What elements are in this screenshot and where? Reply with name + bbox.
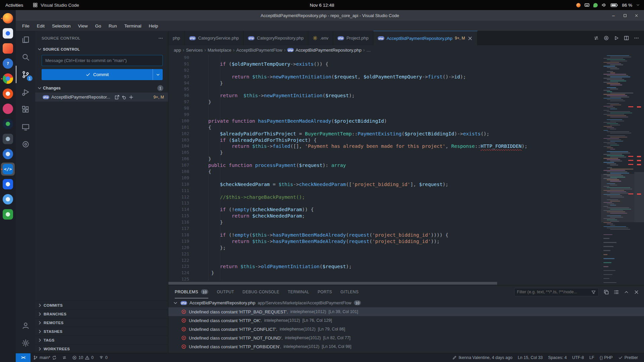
code-line-108[interactable]: 108 { [168,169,601,175]
activitybar-remote-explorer[interactable] [16,118,35,135]
code-line-104[interactable]: 104 return $this->failed([], 'Payment ha… [168,143,601,149]
minimap-slider[interactable] [601,174,634,222]
code-line-118[interactable]: 118 if (!empty($this->hasPaymentBeenMade… [168,232,601,238]
tab-categoryrepository-php[interactable]: phpCategoryRepository.php [244,31,308,45]
menu-terminal[interactable]: Terminal [120,21,145,31]
dock-thunderbird[interactable] [1,27,15,40]
menu-selection[interactable]: Selection [48,21,74,31]
code-line-101[interactable]: 101 { [168,124,601,131]
code-line-94[interactable]: 94 } [168,80,601,86]
close-panel-icon[interactable] [634,289,639,295]
code-line-109[interactable]: 109 [168,175,601,181]
dock-chrome[interactable] [1,72,15,85]
problem-row-3[interactable]: Undefined class constant 'HTTP_CONFLICT'… [168,325,644,334]
tab-acceptbidpaymentrepository-php[interactable]: phpAcceptBidPaymentRepository.php9+, M [373,31,478,45]
code-line-99[interactable]: 99 [168,112,601,118]
panel-tab-terminal[interactable]: TERMINAL [288,286,309,298]
status-language[interactable]: { }PHP [597,353,615,362]
status-encoding[interactable]: UTF-8 [570,353,587,362]
code-line-102[interactable]: 102 $alreadyPaidForThisProject = BuyerPa… [168,131,601,137]
code-line-97[interactable]: 97 } [168,99,601,105]
code-line-116[interactable]: 116 } [168,219,601,226]
code-line-110[interactable]: 110 $checkNeededParam = $this->checkNeed… [168,181,601,188]
menu-file[interactable]: File [18,21,33,31]
code-line-96[interactable]: 96 return $this->newPaymentInitiation($r… [168,93,601,99]
tab-env[interactable]: .env [308,31,333,45]
breadcrumb-acceptbidpaymentrepository-php[interactable]: phpAcceptBidPaymentRepository.php [287,48,361,53]
panel-tab-debug-console[interactable]: DEBUG CONSOLE [243,286,279,298]
code-line-90[interactable]: 90 [168,55,601,61]
maximize-panel-icon[interactable] [624,289,629,295]
dock-web-app[interactable] [1,117,15,130]
code-line-123[interactable]: 123 return $this->oldPaymentInitiation($… [168,263,601,270]
minimize-button[interactable]: – [608,10,619,20]
code-line-112[interactable]: 112 //$this->chargeBackPayment(); [168,194,601,200]
section-worktrees[interactable]: WORKTREES [35,344,168,353]
code-line-106[interactable]: 106 } [168,156,601,162]
menu-view[interactable]: View [74,21,92,31]
editor-action-open-changes[interactable] [593,35,599,41]
activitybar-gitlens[interactable] [16,135,35,153]
commit-dropdown-button[interactable] [153,69,163,80]
code-editor[interactable]: 9091 if ($oldPaymentTempQuery->exists())… [168,55,644,285]
code-line-120[interactable]: 120 }; [168,245,601,251]
dock-ubuntu-software[interactable] [1,87,15,100]
view-mode-icon[interactable] [613,289,619,295]
code-line-121[interactable]: 121 [168,251,601,257]
panel-tab-problems[interactable]: PROBLEMS10 [175,286,208,298]
status-prettier[interactable]: Prettier [615,353,641,362]
code-line-105[interactable]: 105 } [168,149,601,156]
editor-action-more-actions[interactable] [634,35,639,41]
code-line-124[interactable]: 124 } [168,270,601,276]
changed-file-row[interactable]: php AcceptBidPaymentRepositor... 9+, M [35,93,168,102]
activitybar-run-debug[interactable] [16,83,35,101]
activitybar-source-control[interactable]: 1 [16,66,35,83]
dock-mail[interactable] [1,42,15,55]
activitybar-extensions[interactable] [16,101,35,118]
more-actions-icon[interactable] [158,36,163,41]
filter-input[interactable] [517,290,591,294]
dock-green-app[interactable] [1,208,15,221]
dock-remote-desktop[interactable] [1,132,15,145]
problem-row-2[interactable]: Undefined class constant 'HTTP_OK'.intel… [168,316,644,325]
status-eol[interactable]: LF [587,353,597,362]
dock-vscode[interactable]: </> [1,163,15,176]
breadcrumb-services[interactable]: Services [186,48,203,53]
hscroll-thumb[interactable] [168,282,497,285]
dock-media-app[interactable] [1,102,15,115]
code-line-113[interactable]: 113 [168,200,601,206]
status-problems[interactable]: 100 [69,353,96,362]
code-line-92[interactable]: 92 [168,67,601,74]
code-line-91[interactable]: 91 if ($oldPaymentTempQuery->exists()) { [168,61,601,67]
problem-row-1[interactable]: Undefined class constant 'HTTP_BAD_REQUE… [168,307,644,316]
open-file-icon[interactable] [114,95,120,100]
panel-tab-ports[interactable]: PORTS [318,286,332,298]
commit-message-input[interactable] [42,55,163,66]
tab-project-php[interactable]: phpProject.php [333,31,373,45]
clock[interactable]: Nov 6 12:48 [0,3,644,8]
editor-action-run-code[interactable] [613,35,619,41]
activitybar-accounts[interactable] [16,317,35,334]
editor-action-split-editor[interactable] [624,35,629,41]
problem-row-4[interactable]: Undefined class constant 'HTTP_NOT_FOUND… [168,334,644,342]
dock-blue-flake[interactable] [1,193,15,206]
panel-tab-output[interactable]: OUTPUT [217,286,234,298]
code-line-98[interactable]: 98 [168,105,601,112]
dock-docker[interactable] [1,178,15,191]
breadcrumb-app[interactable]: app [174,48,181,53]
breadcrumb-acceptbidpaymentflow[interactable]: AcceptBidPaymentFlow [236,48,282,53]
status-ports[interactable]: 0 [96,353,110,362]
menu-help[interactable]: Help [145,21,162,31]
menu-edit[interactable]: Edit [33,21,48,31]
collapse-all-icon[interactable] [603,289,609,295]
code-line-111[interactable]: 111 [168,188,601,194]
status-cursor-position[interactable]: Ln 15, Col 33 [515,353,545,362]
section-commits[interactable]: COMMITS [35,301,168,309]
code-line-107[interactable]: 107 public function processPayment($requ… [168,162,601,169]
tab-php[interactable]: php [168,31,185,45]
status-branch[interactable]: main* [31,353,59,362]
code-line-119[interactable]: 119 return $this->hasPaymentBeenMadeAlre… [168,238,601,245]
code-line-122[interactable]: 122 [168,257,601,264]
code-line-117[interactable]: 117 [168,226,601,232]
discard-changes-icon[interactable] [121,95,127,100]
